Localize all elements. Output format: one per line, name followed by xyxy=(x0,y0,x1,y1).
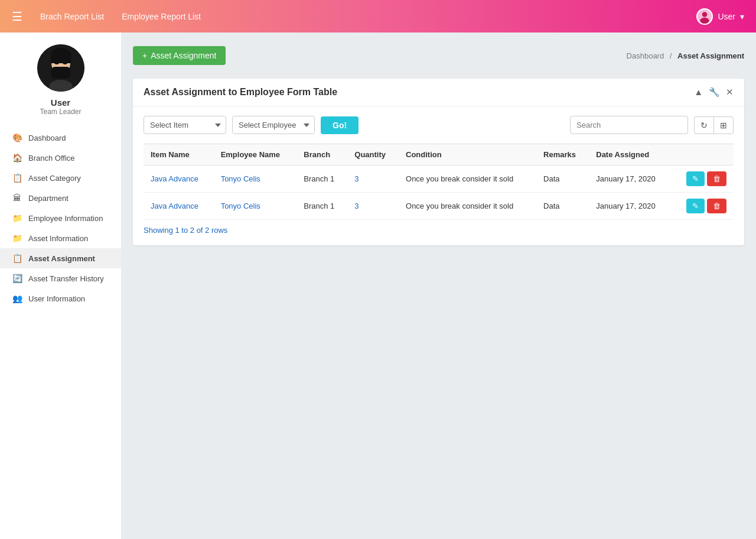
branch-office-icon: 🏠 xyxy=(12,153,22,163)
showing-prefix: Showing xyxy=(144,226,175,235)
sidebar-role: Team Leader xyxy=(40,108,81,116)
row-action-buttons: ✎ 🗑 xyxy=(679,171,726,186)
employee-name-link[interactable]: Tonyo Celis xyxy=(221,202,260,210)
svg-point-7 xyxy=(54,61,59,64)
item-name-link[interactable]: Java Advance xyxy=(151,202,198,210)
edit-button[interactable]: ✎ xyxy=(686,199,705,213)
sidebar-item-employee-information[interactable]: 📁 Employee Information xyxy=(0,208,121,228)
asset-assignment-icon: 📋 xyxy=(12,254,22,263)
dashboard-icon: 🎨 xyxy=(12,133,22,142)
employee-name-link[interactable]: Tonyo Celis xyxy=(221,174,260,183)
row-action-buttons: ✎ 🗑 xyxy=(679,199,726,213)
breadcrumb-home-link[interactable]: Dashboard xyxy=(627,51,664,60)
cell-employee-name: Tonyo Celis xyxy=(214,193,297,220)
cell-quantity: 3 xyxy=(347,165,399,193)
col-actions xyxy=(672,144,734,165)
close-icon[interactable]: ✕ xyxy=(726,87,734,98)
asset-category-icon: 📋 xyxy=(12,173,22,183)
sidebar-item-user-information[interactable]: 👥 User Information xyxy=(0,288,121,309)
employee-info-icon: 📁 xyxy=(12,213,22,223)
table-wrap: Item Name Employee Name Branch Quantity … xyxy=(133,144,744,245)
assignment-table: Item Name Employee Name Branch Quantity … xyxy=(144,144,734,220)
user-info-icon: 👥 xyxy=(12,294,22,303)
asset-transfer-icon: 🔄 xyxy=(12,274,22,283)
breadcrumb-current: Asset Assignment xyxy=(677,51,744,60)
showing-range: 1 to 2 xyxy=(175,226,194,235)
topnav: ☰ Brach Report List Employee Report List… xyxy=(0,0,756,33)
avatar xyxy=(37,44,84,92)
edit-button[interactable]: ✎ xyxy=(686,171,705,186)
filters-row: Select Item Select Employee Go! ↻ ⊞ xyxy=(133,106,744,144)
columns-button[interactable]: ⊞ xyxy=(713,116,734,134)
employee-select[interactable]: Select Employee xyxy=(232,116,315,134)
nav-link-branch-report[interactable]: Brach Report List xyxy=(40,12,104,21)
sidebar-username: User xyxy=(51,98,70,108)
card-title: Asset Assignment to Employee Form Table xyxy=(144,87,337,98)
cell-branch: Branch 1 xyxy=(296,193,347,220)
table-header-row: Item Name Employee Name Branch Quantity … xyxy=(144,144,734,165)
breadcrumb: Dashboard / Asset Assignment xyxy=(627,51,744,60)
cell-condition: Once you break consider it sold xyxy=(399,193,536,220)
sidebar-item-branch-office[interactable]: 🏠 Branch Office xyxy=(0,148,121,168)
sidebar-item-label: User Information xyxy=(28,294,85,303)
cell-remarks: Data xyxy=(536,193,589,220)
settings-icon[interactable]: 🔧 xyxy=(709,87,720,98)
svg-point-1 xyxy=(702,12,708,17)
cell-item-name: Java Advance xyxy=(144,193,214,220)
col-date-assigned: Date Assigned xyxy=(589,144,672,165)
cell-condition: Once you break consider it sold xyxy=(399,165,536,193)
collapse-icon[interactable]: ▲ xyxy=(694,87,703,98)
user-chevron-icon: ▾ xyxy=(740,12,744,21)
svg-rect-6 xyxy=(51,55,71,63)
cell-date-assigned: January 17, 2020 xyxy=(589,193,672,220)
cell-actions: ✎ 🗑 xyxy=(672,193,734,220)
sidebar-item-asset-category[interactable]: 📋 Asset Category xyxy=(0,168,121,188)
sidebar-item-asset-information[interactable]: 📁 Asset Information xyxy=(0,228,121,248)
col-branch: Branch xyxy=(296,144,347,165)
table-row: Java Advance Tonyo Celis Branch 1 3 Once… xyxy=(144,165,734,193)
col-employee-name: Employee Name xyxy=(214,144,297,165)
delete-button[interactable]: 🗑 xyxy=(707,171,726,186)
sidebar: User Team Leader 🎨 Dashboard 🏠 Branch Of… xyxy=(0,33,121,539)
add-assignment-label: Asset Assignment xyxy=(151,51,216,60)
sidebar-item-dashboard[interactable]: 🎨 Dashboard xyxy=(0,128,121,148)
department-icon: 🏛 xyxy=(12,193,22,203)
card-header: Asset Assignment to Employee Form Table … xyxy=(133,79,744,106)
cell-date-assigned: January 17, 2020 xyxy=(589,165,672,193)
sidebar-item-label: Employee Information xyxy=(28,214,103,223)
sidebar-item-label: Asset Category xyxy=(28,174,81,183)
refresh-button[interactable]: ↻ xyxy=(694,116,713,134)
col-quantity: Quantity xyxy=(347,144,399,165)
layout: User Team Leader 🎨 Dashboard 🏠 Branch Of… xyxy=(0,33,756,539)
sidebar-item-label: Asset Information xyxy=(28,234,88,243)
col-item-name: Item Name xyxy=(144,144,214,165)
item-select[interactable]: Select Item xyxy=(144,116,226,134)
cell-remarks: Data xyxy=(536,165,589,193)
nav-link-employee-report[interactable]: Employee Report List xyxy=(122,12,201,21)
go-button[interactable]: Go! xyxy=(321,116,359,134)
sidebar-item-asset-assignment[interactable]: 📋 Asset Assignment xyxy=(0,248,121,268)
sidebar-item-department[interactable]: 🏛 Department xyxy=(0,188,121,208)
sidebar-item-label: Branch Office xyxy=(28,154,75,163)
breadcrumb-separator: / xyxy=(670,51,672,60)
sidebar-item-asset-transfer-history[interactable]: 🔄 Asset Transfer History xyxy=(0,268,121,288)
delete-button[interactable]: 🗑 xyxy=(707,199,726,213)
sidebar-item-label: Department xyxy=(28,194,69,203)
main-content: + Asset Assignment Dashboard / Asset Ass… xyxy=(121,33,756,539)
svg-rect-9 xyxy=(51,67,70,79)
cell-item-name: Java Advance xyxy=(144,165,214,193)
action-bar: + Asset Assignment Dashboard / Asset Ass… xyxy=(133,41,744,70)
search-input[interactable] xyxy=(570,116,688,134)
showing-text: Showing 1 to 2 of 2 rows xyxy=(144,220,734,235)
cell-branch: Branch 1 xyxy=(296,165,347,193)
hamburger-icon[interactable]: ☰ xyxy=(12,9,22,24)
add-assignment-button[interactable]: + Asset Assignment xyxy=(133,46,226,65)
col-remarks: Remarks xyxy=(536,144,589,165)
sidebar-item-label: Asset Assignment xyxy=(28,254,95,263)
user-label: User xyxy=(718,12,735,21)
user-avatar-icon xyxy=(696,8,713,25)
item-name-link[interactable]: Java Advance xyxy=(151,174,198,183)
user-menu[interactable]: User ▾ xyxy=(696,8,744,25)
showing-suffix: of 2 rows xyxy=(194,226,227,235)
cell-employee-name: Tonyo Celis xyxy=(214,165,297,193)
